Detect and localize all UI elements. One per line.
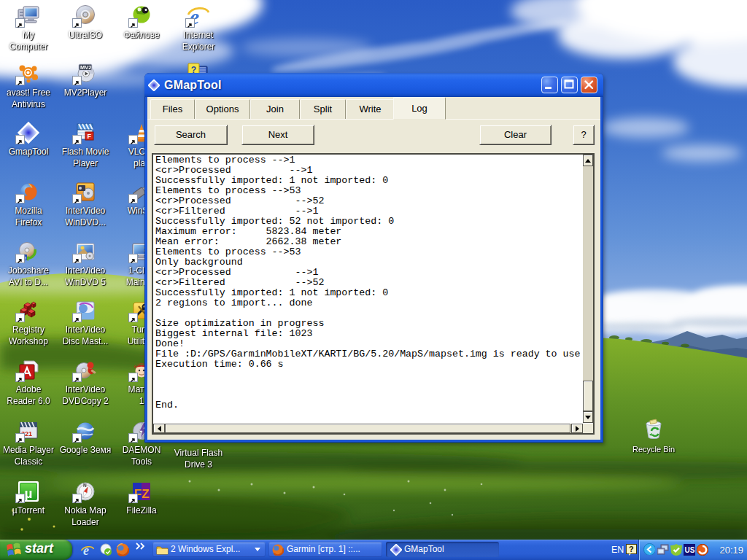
svg-text:F: F — [88, 133, 92, 140]
svg-text:US: US — [685, 546, 695, 554]
svg-text:MV2: MV2 — [80, 64, 91, 71]
svg-text:N: N — [83, 483, 87, 488]
svg-text:µ: µ — [25, 486, 33, 501]
svg-text:e: e — [83, 543, 89, 556]
svg-text:?: ? — [629, 545, 634, 553]
